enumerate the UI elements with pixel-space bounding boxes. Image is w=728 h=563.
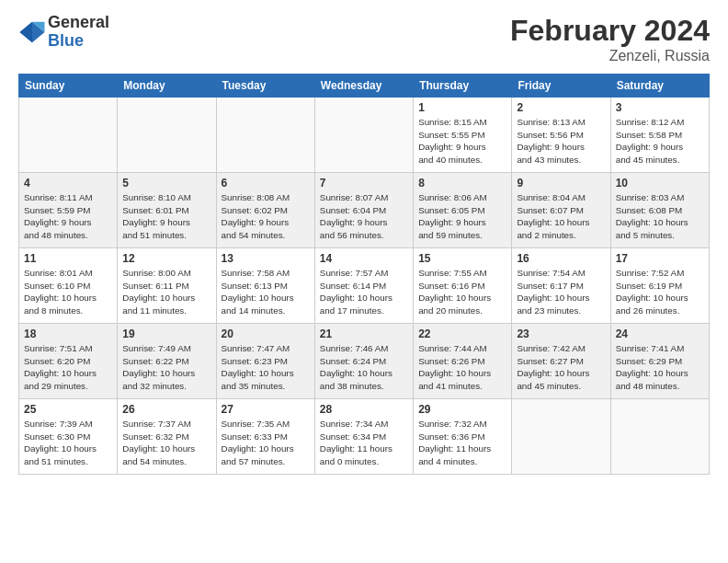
day-number: 26 xyxy=(122,403,210,416)
calendar-cell: 7Sunrise: 8:07 AMSunset: 6:04 PMDaylight… xyxy=(314,173,413,248)
day-info: Sunrise: 8:12 AMSunset: 5:58 PMDaylight:… xyxy=(616,116,704,167)
day-info: Sunrise: 7:39 AMSunset: 6:30 PMDaylight:… xyxy=(24,418,112,468)
page-container: General Blue February 2024 Zenzeli, Russ… xyxy=(0,0,728,484)
day-info: Sunrise: 8:07 AMSunset: 6:04 PMDaylight:… xyxy=(320,191,408,242)
day-info: Sunrise: 7:42 AMSunset: 6:27 PMDaylight:… xyxy=(517,342,605,393)
calendar-cell: 3Sunrise: 8:12 AMSunset: 5:58 PMDaylight… xyxy=(610,98,709,173)
calendar-header-thursday: Thursday xyxy=(414,75,512,98)
calendar-cell: 11Sunrise: 8:01 AMSunset: 6:10 PMDayligh… xyxy=(19,248,118,324)
calendar-cell: 24Sunrise: 7:41 AMSunset: 6:29 PMDayligh… xyxy=(610,324,709,399)
day-number: 27 xyxy=(222,403,310,416)
day-number: 3 xyxy=(616,101,704,114)
day-info: Sunrise: 8:13 AMSunset: 5:56 PMDaylight:… xyxy=(517,116,605,167)
day-number: 28 xyxy=(320,403,408,416)
day-number: 22 xyxy=(418,327,506,340)
day-number: 2 xyxy=(517,101,605,114)
calendar-week-row-4: 18Sunrise: 7:51 AMSunset: 6:20 PMDayligh… xyxy=(19,324,710,399)
calendar-cell xyxy=(19,98,118,173)
day-info: Sunrise: 7:58 AMSunset: 6:13 PMDaylight:… xyxy=(222,267,310,317)
day-number: 24 xyxy=(616,327,704,340)
calendar-cell xyxy=(118,98,216,173)
calendar-cell xyxy=(216,98,314,173)
calendar-cell xyxy=(314,98,413,173)
calendar-cell: 10Sunrise: 8:03 AMSunset: 6:08 PMDayligh… xyxy=(610,173,709,248)
day-info: Sunrise: 7:34 AMSunset: 6:34 PMDaylight:… xyxy=(320,418,408,468)
day-number: 17 xyxy=(616,252,704,265)
day-number: 12 xyxy=(122,252,210,265)
day-info: Sunrise: 8:15 AMSunset: 5:55 PMDaylight:… xyxy=(418,116,506,167)
calendar-cell: 5Sunrise: 8:10 AMSunset: 6:01 PMDaylight… xyxy=(118,173,216,248)
day-info: Sunrise: 7:57 AMSunset: 6:14 PMDaylight:… xyxy=(320,267,408,317)
day-info: Sunrise: 8:01 AMSunset: 6:10 PMDaylight:… xyxy=(24,267,112,317)
calendar-week-row-2: 4Sunrise: 8:11 AMSunset: 5:59 PMDaylight… xyxy=(19,173,710,248)
calendar-cell: 9Sunrise: 8:04 AMSunset: 6:07 PMDaylight… xyxy=(512,173,610,248)
calendar-cell: 2Sunrise: 8:13 AMSunset: 5:56 PMDaylight… xyxy=(512,98,610,173)
day-number: 19 xyxy=(122,327,210,340)
day-number: 25 xyxy=(24,403,112,416)
location: Zenzeli, Russia xyxy=(510,48,710,64)
title-section: February 2024 Zenzeli, Russia xyxy=(510,14,710,64)
logo: General Blue xyxy=(18,14,109,51)
logo-icon xyxy=(18,18,46,46)
day-info: Sunrise: 7:55 AMSunset: 6:16 PMDaylight:… xyxy=(418,267,506,317)
calendar-header-friday: Friday xyxy=(512,75,610,98)
calendar-header-wednesday: Wednesday xyxy=(314,75,413,98)
calendar-cell: 18Sunrise: 7:51 AMSunset: 6:20 PMDayligh… xyxy=(19,324,118,399)
calendar-cell: 25Sunrise: 7:39 AMSunset: 6:30 PMDayligh… xyxy=(19,399,118,475)
calendar-cell xyxy=(610,399,709,475)
calendar-header-tuesday: Tuesday xyxy=(216,75,314,98)
calendar-cell xyxy=(512,399,610,475)
calendar-cell: 22Sunrise: 7:44 AMSunset: 6:26 PMDayligh… xyxy=(414,324,512,399)
calendar-header-monday: Monday xyxy=(118,75,216,98)
calendar-cell: 6Sunrise: 8:08 AMSunset: 6:02 PMDaylight… xyxy=(216,173,314,248)
day-number: 20 xyxy=(222,327,310,340)
day-info: Sunrise: 7:44 AMSunset: 6:26 PMDaylight:… xyxy=(418,342,506,393)
calendar-cell: 23Sunrise: 7:42 AMSunset: 6:27 PMDayligh… xyxy=(512,324,610,399)
day-number: 23 xyxy=(517,327,605,340)
day-number: 1 xyxy=(418,101,506,114)
day-info: Sunrise: 7:46 AMSunset: 6:24 PMDaylight:… xyxy=(320,342,408,393)
calendar-cell: 26Sunrise: 7:37 AMSunset: 6:32 PMDayligh… xyxy=(118,399,216,475)
day-number: 14 xyxy=(320,252,408,265)
calendar-week-row-3: 11Sunrise: 8:01 AMSunset: 6:10 PMDayligh… xyxy=(19,248,710,324)
calendar-cell: 13Sunrise: 7:58 AMSunset: 6:13 PMDayligh… xyxy=(216,248,314,324)
logo-general: General xyxy=(48,14,109,32)
day-number: 6 xyxy=(222,177,310,190)
day-info: Sunrise: 7:32 AMSunset: 6:36 PMDaylight:… xyxy=(418,418,506,468)
calendar-cell: 20Sunrise: 7:47 AMSunset: 6:23 PMDayligh… xyxy=(216,324,314,399)
calendar-header-sunday: Sunday xyxy=(19,75,118,98)
day-info: Sunrise: 8:03 AMSunset: 6:08 PMDaylight:… xyxy=(616,191,704,242)
calendar-table: SundayMondayTuesdayWednesdayThursdayFrid… xyxy=(18,74,710,475)
calendar-cell: 17Sunrise: 7:52 AMSunset: 6:19 PMDayligh… xyxy=(610,248,709,324)
day-info: Sunrise: 7:35 AMSunset: 6:33 PMDaylight:… xyxy=(222,418,310,468)
calendar-cell: 16Sunrise: 7:54 AMSunset: 6:17 PMDayligh… xyxy=(512,248,610,324)
day-info: Sunrise: 7:47 AMSunset: 6:23 PMDaylight:… xyxy=(222,342,310,393)
calendar-cell: 14Sunrise: 7:57 AMSunset: 6:14 PMDayligh… xyxy=(314,248,413,324)
day-info: Sunrise: 7:37 AMSunset: 6:32 PMDaylight:… xyxy=(122,418,210,468)
svg-marker-2 xyxy=(20,22,33,43)
calendar-cell: 1Sunrise: 8:15 AMSunset: 5:55 PMDaylight… xyxy=(414,98,512,173)
month-year: February 2024 xyxy=(510,14,710,48)
day-info: Sunrise: 8:04 AMSunset: 6:07 PMDaylight:… xyxy=(517,191,605,242)
calendar-cell: 19Sunrise: 7:49 AMSunset: 6:22 PMDayligh… xyxy=(118,324,216,399)
day-info: Sunrise: 7:49 AMSunset: 6:22 PMDaylight:… xyxy=(122,342,210,393)
day-info: Sunrise: 7:54 AMSunset: 6:17 PMDaylight:… xyxy=(517,267,605,317)
header: General Blue February 2024 Zenzeli, Russ… xyxy=(18,14,710,64)
day-number: 16 xyxy=(517,252,605,265)
day-number: 8 xyxy=(418,177,506,190)
day-number: 10 xyxy=(616,177,704,190)
day-number: 13 xyxy=(222,252,310,265)
day-number: 11 xyxy=(24,252,112,265)
calendar-header-saturday: Saturday xyxy=(610,75,709,98)
day-number: 4 xyxy=(24,177,112,190)
day-number: 29 xyxy=(418,403,506,416)
day-info: Sunrise: 7:52 AMSunset: 6:19 PMDaylight:… xyxy=(616,267,704,317)
day-info: Sunrise: 8:00 AMSunset: 6:11 PMDaylight:… xyxy=(122,267,210,317)
calendar-cell: 12Sunrise: 8:00 AMSunset: 6:11 PMDayligh… xyxy=(118,248,216,324)
logo-blue: Blue xyxy=(48,32,109,51)
calendar-cell: 15Sunrise: 7:55 AMSunset: 6:16 PMDayligh… xyxy=(414,248,512,324)
calendar-week-row-5: 25Sunrise: 7:39 AMSunset: 6:30 PMDayligh… xyxy=(19,399,710,475)
day-info: Sunrise: 7:41 AMSunset: 6:29 PMDaylight:… xyxy=(616,342,704,393)
day-number: 21 xyxy=(320,327,408,340)
day-number: 18 xyxy=(24,327,112,340)
